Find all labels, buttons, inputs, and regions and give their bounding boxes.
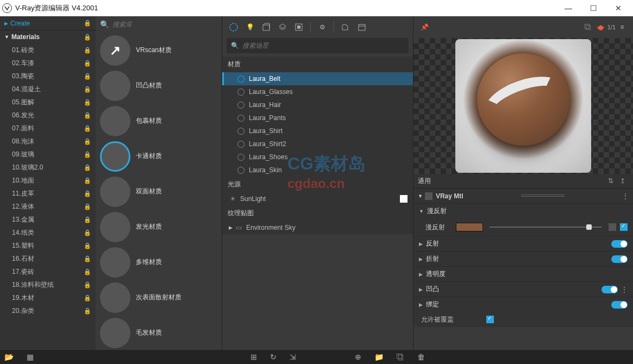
category-item[interactable]: 15.塑料🔒 — [0, 239, 96, 252]
scene-material-item[interactable]: Laura_Belt — [222, 72, 413, 85]
library-panel: 🔍 VRscan材质凹凸材质包裹材质卡通材质双面材质发光材质多维材质次表面散射材… — [96, 16, 222, 350]
category-item[interactable]: 06.发光🔒 — [0, 109, 96, 122]
diffuse-map-button[interactable] — [608, 223, 617, 231]
category-item[interactable]: 05.图解🔒 — [0, 96, 96, 109]
layers-tab-icon[interactable] — [275, 20, 290, 34]
scene-material-item[interactable]: Laura_Skin — [222, 164, 413, 177]
create-menu[interactable]: ▶ Create 🔒 — [0, 16, 96, 30]
add-icon[interactable]: ⊕ — [355, 353, 361, 361]
category-item[interactable]: 18.涂料和壁纸🔒 — [0, 278, 96, 291]
render-icon[interactable] — [339, 20, 353, 34]
lights-tab-icon[interactable]: 💡 — [243, 20, 257, 34]
library-material[interactable]: 多维材质 — [96, 244, 222, 280]
minimize-button[interactable]: — — [556, 0, 581, 16]
library-material[interactable]: 发光材质 — [96, 209, 222, 244]
category-item[interactable]: 01.砖类🔒 — [0, 43, 96, 57]
frame-buffer-icon[interactable] — [355, 20, 369, 34]
material-name-row[interactable]: ▼ VRay Mtl ⋮ — [413, 188, 633, 203]
pin-icon[interactable]: 📌 — [418, 21, 431, 34]
import-icon[interactable]: ⇲ — [290, 353, 296, 361]
override-checkbox[interactable] — [486, 316, 494, 323]
scene-search[interactable]: 🔍 — [227, 38, 409, 53]
category-item[interactable]: 08.泡沫🔒 — [0, 135, 96, 148]
category-item[interactable]: 17.瓷砖🔒 — [0, 265, 96, 278]
scene-material-item[interactable]: Laura_Shirt2 — [222, 137, 413, 150]
category-item[interactable]: 12.液体🔒 — [0, 200, 96, 213]
more-icon[interactable]: ⋮ — [621, 286, 628, 293]
category-item[interactable]: 20.杂类🔒 — [0, 304, 96, 317]
category-item[interactable]: 11.皮革🔒 — [0, 187, 96, 200]
category-item[interactable]: 02.车漆🔒 — [0, 57, 96, 70]
more-icon[interactable]: ⋮ — [622, 192, 629, 200]
category-item[interactable]: 13.金属🔒 — [0, 213, 96, 226]
reflection-toggle[interactable] — [611, 240, 628, 248]
diffuse-color-swatch[interactable] — [456, 223, 483, 231]
light-color-swatch[interactable] — [400, 195, 408, 203]
drag-handle-icon[interactable] — [463, 194, 622, 198]
category-item[interactable]: 19.木材🔒 — [0, 291, 96, 304]
refraction-group[interactable]: ▶ 折射 — [413, 251, 633, 266]
refresh-icon[interactable]: ↻ — [270, 353, 277, 361]
bump-toggle[interactable] — [601, 286, 618, 293]
materials-tab-icon[interactable] — [227, 20, 241, 34]
texture-item[interactable]: ▶ ▭ Environment Sky — [222, 221, 413, 234]
materials-header[interactable]: ▼ Materials 🔒 — [0, 30, 96, 43]
diffuse-group[interactable]: ▼ 漫反射 — [413, 203, 633, 218]
category-item[interactable]: 03.陶瓷🔒 — [0, 70, 96, 83]
scene-material-item[interactable]: Laura_Pants — [222, 111, 413, 124]
search-icon: 🔍 — [231, 42, 239, 49]
maximize-button[interactable]: ☐ — [581, 0, 606, 16]
scene-material-item[interactable]: Laura_Shirt — [222, 124, 413, 137]
scene-material-item[interactable]: Laura_Shoes — [222, 150, 413, 164]
scene-material-item[interactable]: Laura_Glasses — [222, 85, 413, 98]
library-search-input[interactable] — [112, 21, 217, 28]
bump-group[interactable]: ▶ 凹凸 ⋮ — [413, 281, 633, 297]
light-item[interactable]: ☀ SunLight — [222, 192, 413, 205]
diffuse-slider[interactable] — [490, 227, 601, 228]
category-sidebar: ▶ Create 🔒 ▼ Materials 🔒 01.砖类🔒02.车漆🔒03.… — [0, 16, 96, 350]
library-material[interactable]: 双面材质 — [96, 174, 222, 209]
library-material[interactable]: 次表面散射材质 — [96, 280, 222, 315]
scene-material-name: Laura_Shoes — [249, 153, 287, 161]
library-search[interactable]: 🔍 — [96, 16, 222, 33]
diffuse-map-checkbox[interactable] — [620, 223, 628, 231]
category-item[interactable]: 10.玻璃2.0🔒 — [0, 161, 96, 174]
category-item[interactable]: 16.石材🔒 — [0, 252, 96, 265]
library-material[interactable]: 包裹材质 — [96, 103, 222, 139]
thumbnails-icon[interactable]: ⊞ — [250, 353, 257, 361]
library-material[interactable]: 毛发材质 — [96, 315, 222, 350]
teapot-icon[interactable]: 🫖 — [594, 21, 607, 34]
open-folder-icon[interactable]: 📂 — [4, 353, 14, 361]
close-button[interactable]: ✕ — [606, 0, 631, 16]
opacity-group[interactable]: ▶ 透明度 — [413, 266, 633, 281]
folder-icon[interactable]: 📁 — [374, 353, 384, 361]
refraction-toggle[interactable] — [611, 255, 628, 263]
copy-icon[interactable]: ⿻ — [581, 21, 594, 34]
category-item[interactable]: 04.混凝土🔒 — [0, 83, 96, 96]
duplicate-icon[interactable]: ⿻ — [397, 353, 404, 361]
library-material[interactable]: 卡通材质 — [96, 139, 222, 174]
scene-search-input[interactable] — [242, 42, 404, 49]
category-item[interactable]: 14.纸类🔒 — [0, 226, 96, 239]
library-material[interactable]: 凹凸材质 — [96, 68, 222, 103]
scene-lights-header: 光源 — [222, 177, 413, 192]
reflection-group[interactable]: ▶ 反射 — [413, 236, 633, 251]
export-icon[interactable]: ↥ — [617, 177, 629, 185]
category-item[interactable]: 10.地面🔒 — [0, 174, 96, 187]
filter-icon[interactable]: ⇅ — [605, 177, 617, 185]
menu-icon[interactable]: ≡ — [616, 21, 629, 34]
delete-icon[interactable]: 🗑 — [417, 353, 425, 361]
material-preview — [413, 38, 633, 174]
override-row: 允许被覆盖 — [413, 312, 633, 327]
enable-checkbox[interactable] — [425, 192, 433, 200]
grid-icon[interactable]: ▦ — [27, 353, 34, 361]
bind-toggle[interactable] — [611, 301, 628, 309]
geometry-tab-icon[interactable] — [259, 20, 273, 34]
library-material[interactable]: VRscan材质 — [96, 33, 222, 68]
scene-material-item[interactable]: Laura_Hair — [222, 98, 413, 111]
bind-group[interactable]: ▶ 绑定 — [413, 297, 633, 312]
frame-tab-icon[interactable] — [292, 20, 306, 34]
category-item[interactable]: 07.面料🔒 — [0, 122, 96, 135]
settings-icon[interactable]: ⚙ — [315, 20, 329, 34]
category-item[interactable]: 09.玻璃🔒 — [0, 148, 96, 161]
